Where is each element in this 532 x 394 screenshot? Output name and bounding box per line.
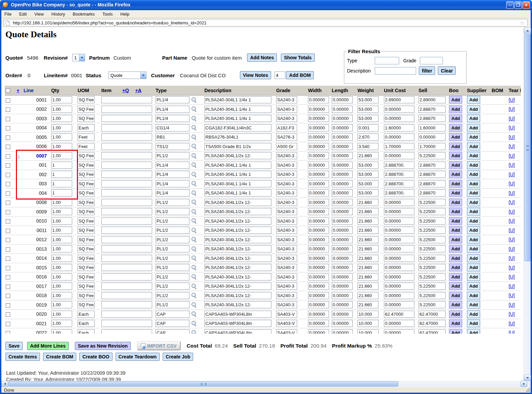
type-input[interactable] — [156, 264, 189, 271]
sell-input[interactable] — [418, 162, 446, 169]
type-input[interactable] — [156, 143, 189, 150]
row-checkbox[interactable] — [6, 238, 10, 242]
length-input[interactable] — [332, 180, 353, 187]
type-input[interactable] — [156, 199, 189, 206]
type-input[interactable] — [156, 273, 189, 281]
grade-input[interactable] — [276, 96, 297, 103]
sell-input[interactable] — [418, 245, 446, 252]
row-checkbox[interactable] — [6, 275, 10, 279]
width-input[interactable] — [308, 189, 329, 196]
weight-input[interactable] — [357, 227, 378, 234]
search-part-icon[interactable] — [191, 218, 197, 224]
add-supplier-button[interactable]: Add — [467, 115, 480, 122]
item-input[interactable] — [101, 264, 152, 271]
add-boo-button[interactable]: Add — [449, 143, 462, 150]
view-notes-button[interactable]: View Notes — [240, 71, 271, 79]
create-boo-button[interactable]: Create BOO — [79, 353, 112, 361]
width-input[interactable] — [308, 329, 329, 334]
width-input[interactable] — [308, 273, 329, 281]
length-input[interactable] — [332, 171, 353, 178]
sell-input[interactable] — [418, 180, 446, 187]
add-supplier-button[interactable]: Add — [467, 310, 480, 318]
grade-input[interactable] — [276, 180, 297, 187]
add-supplier-button[interactable]: Add — [467, 161, 480, 169]
description-input[interactable] — [204, 133, 271, 141]
search-part-icon[interactable] — [191, 265, 197, 271]
type-input[interactable] — [156, 329, 189, 334]
bom-qty-input[interactable] — [274, 71, 285, 79]
grade-input[interactable] — [276, 189, 297, 196]
qty-input[interactable] — [51, 311, 72, 318]
tear-u-link[interactable]: [U] — [509, 284, 515, 289]
uom-input[interactable] — [78, 124, 95, 131]
tear-u-link[interactable]: [U] — [509, 172, 515, 177]
length-input[interactable] — [332, 283, 353, 290]
add-boo-button[interactable]: Add — [449, 273, 462, 281]
width-input[interactable] — [308, 106, 329, 113]
unit-cost-input[interactable] — [384, 320, 414, 327]
type-input[interactable] — [156, 133, 189, 141]
unit-cost-input[interactable] — [384, 171, 414, 178]
add-boo-button[interactable]: Add — [449, 282, 462, 290]
weight-input[interactable] — [357, 217, 378, 225]
item-input[interactable] — [101, 143, 152, 150]
description-input[interactable] — [204, 217, 271, 225]
sell-input[interactable] — [418, 106, 446, 113]
sell-input[interactable] — [418, 329, 446, 334]
save-as-new-revision-button[interactable]: Save as New Revision — [75, 342, 131, 350]
row-checkbox[interactable] — [6, 173, 10, 177]
qty-input[interactable] — [51, 208, 72, 215]
item-input[interactable] — [101, 115, 152, 122]
type-input[interactable] — [156, 180, 189, 187]
add-boo-button[interactable]: Add — [449, 217, 462, 225]
unit-cost-input[interactable] — [384, 162, 414, 169]
sell-input[interactable] — [418, 301, 446, 308]
description-input[interactable] — [204, 96, 271, 103]
weight-input[interactable] — [357, 96, 378, 103]
description-input[interactable] — [204, 245, 271, 252]
menu-file[interactable]: File — [1, 10, 15, 18]
add-supplier-button[interactable]: Add — [467, 180, 480, 188]
row-checkbox[interactable] — [6, 98, 10, 103]
qty-input[interactable] — [51, 273, 72, 281]
width-input[interactable] — [308, 227, 329, 234]
row-checkbox[interactable] — [6, 256, 10, 261]
length-input[interactable] — [332, 264, 353, 271]
type-input[interactable] — [156, 189, 189, 196]
sell-input[interactable] — [418, 255, 446, 262]
add-supplier-button[interactable]: Add — [467, 170, 480, 178]
uom-input[interactable] — [78, 245, 95, 252]
add-boo-button[interactable]: Add — [449, 189, 462, 197]
add-boo-button[interactable]: Add — [449, 319, 462, 327]
weight-input[interactable] — [357, 208, 378, 215]
grade-input[interactable] — [276, 227, 297, 234]
type-input[interactable] — [156, 208, 189, 215]
menu-help[interactable]: Help — [117, 10, 132, 18]
add-supplier-button[interactable]: Add — [467, 319, 480, 327]
weight-input[interactable] — [357, 124, 378, 131]
uom-input[interactable] — [78, 208, 95, 215]
tear-u-link[interactable]: [U] — [509, 311, 515, 317]
uom-input[interactable] — [78, 199, 95, 206]
uom-input[interactable] — [78, 255, 95, 262]
type-input[interactable] — [156, 106, 189, 113]
tear-u-link[interactable]: [U] — [509, 302, 515, 308]
type-input[interactable] — [156, 283, 189, 290]
uom-input[interactable] — [78, 236, 95, 243]
weight-input[interactable] — [357, 236, 378, 243]
description-input[interactable] — [204, 124, 271, 131]
vertical-scrollbar-thumb[interactable] — [524, 34, 531, 261]
width-input[interactable] — [308, 115, 329, 122]
tear-u-link[interactable]: [U] — [509, 218, 515, 224]
length-input[interactable] — [332, 320, 353, 327]
width-input[interactable] — [308, 96, 329, 103]
unit-cost-input[interactable] — [384, 124, 414, 131]
filter-type-input[interactable] — [375, 57, 399, 64]
show-totals-button[interactable]: Show Totals — [281, 54, 314, 62]
tear-u-link[interactable]: [U] — [509, 237, 515, 242]
add-boo-button[interactable]: Add — [449, 115, 462, 122]
import-csv-button[interactable]: IMPORT CSV — [137, 341, 181, 350]
search-part-icon[interactable] — [191, 255, 197, 262]
row-checkbox[interactable] — [6, 229, 10, 233]
item-input[interactable] — [101, 320, 152, 327]
